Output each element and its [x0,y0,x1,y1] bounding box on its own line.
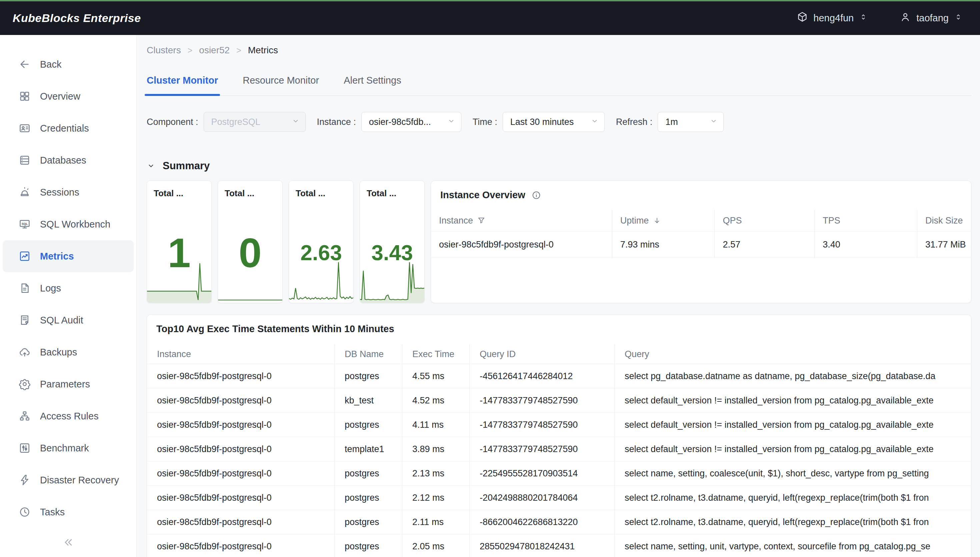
table-cell: postgres [334,534,402,557]
id-card-icon [19,122,31,134]
sidebar-item-logs[interactable]: Logs [0,272,136,304]
instance-overview-table: InstanceUptimeQPSTPSDisk Sizeosier-98c5f… [431,210,971,258]
sidebar-item-parameters[interactable]: Parameters [0,368,136,400]
siren-icon [19,186,31,198]
query-link[interactable]: select t2.rolname, t3.datname, queryid, … [614,486,971,510]
sidebar-item-benchmark[interactable]: Benchmark [0,432,136,464]
breadcrumb-item-osier52[interactable]: osier52 [199,45,230,55]
table-cell: 7.93 mins [612,231,715,257]
select-refresh[interactable]: 1m [658,112,724,132]
double-chevron-left-icon [62,536,74,548]
file-text-icon [19,282,31,294]
sidebar-item-label: Credentials [40,123,89,134]
top10-table: InstanceDB NameExec TimeQuery IDQueryosi… [147,344,971,557]
sidebar-item-label: Metrics [40,251,74,262]
table-cell: postgres [334,364,402,388]
table-cell: osier-98c5fdb9f-postgresql-0 [147,413,334,437]
tab-alert-settings[interactable]: Alert Settings [344,75,401,95]
query-link[interactable]: select default_version != installed_vers… [614,413,971,437]
sidebar-item-label: SQL Workbench [40,219,110,230]
column-header-uptime: Uptime [612,210,715,231]
select-time[interactable]: Last 30 minutes [503,112,605,132]
table-cell: osier-98c5fdb9f-postgresql-0 [147,388,334,412]
chevron-down-icon [291,117,300,128]
sidebar-item-sql-audit[interactable]: SQL Audit [0,304,136,336]
sidebar-item-back[interactable]: Back [0,48,136,80]
table-cell: osier-98c5fdb9f-postgresql-0 [147,534,334,557]
sidebar-item-label: Backups [40,347,77,358]
chevron-down-icon [709,117,718,128]
table-cell: -2254955528170903514 [469,461,614,485]
table-row: osier-98c5fdb9f-postgresql-07.93 mins2.5… [431,231,971,258]
query-link[interactable]: select name, setting, coalesce(unit, $1)… [614,461,971,485]
hierarchy-icon [19,410,31,422]
sidebar-item-backups[interactable]: Backups [0,336,136,368]
topbar: KubeBlocks Enterprise heng4fun taofang [0,1,980,35]
query-link[interactable]: select t2.rolname, t3.datname, queryid, … [614,510,971,534]
table-row: osier-98c5fdb9f-postgresql-0postgres2.05… [147,534,971,557]
table-row: osier-98c5fdb9f-postgresql-0template13.8… [147,437,971,461]
stat-card-4[interactable]: Total ...3.43 [360,181,425,303]
sidebar-item-credentials[interactable]: Credentials [0,112,136,144]
column-header-disk-size: Disk Size [917,210,971,231]
tab-cluster-monitor[interactable]: Cluster Monitor [147,75,218,95]
table-cell: 2.11 ms [402,510,469,534]
sidebar-item-sql-workbench[interactable]: SQLSQL Workbench [0,208,136,240]
column-header-query: Query [614,344,971,364]
query-link[interactable]: select default_version != installed_vers… [614,388,971,412]
summary-cards-row: Total ...1Total ...0Total ...2.63Total .… [147,181,971,303]
user-menu[interactable]: taofang [900,11,963,25]
sidebar-item-overview[interactable]: Overview [0,80,136,112]
table-cell: 3.89 ms [402,437,469,461]
workspace-selector[interactable]: heng4fun [797,11,867,25]
select-instance[interactable]: osier-98c5fdb... [361,112,461,132]
filter-label: Instance : [317,117,356,127]
table-row: osier-98c5fdb9f-postgresql-0postgres2.12… [147,485,971,510]
sidebar-item-label: Sessions [40,187,79,198]
table-cell: osier-98c5fdb9f-postgresql-0 [147,461,334,485]
sidebar-item-metrics[interactable]: Metrics [3,240,134,272]
stat-card-3[interactable]: Total ...2.63 [289,181,354,303]
query-link[interactable]: select default_version != installed_vers… [614,437,971,461]
sidebar-item-access-rules[interactable]: Access Rules [0,400,136,432]
table-cell: 31.77 MiB [917,231,971,257]
query-link[interactable]: select pg_database.datname as datname, p… [614,364,971,388]
breadcrumb-separator: > [188,46,192,55]
table-cell: 3.40 [814,231,917,257]
sidebar-item-databases[interactable]: Databases [0,144,136,176]
svg-text:SQL: SQL [22,222,28,226]
query-link[interactable]: select name, setting, unit, vartype, con… [614,534,971,557]
column-header-query-id: Query ID [469,344,614,364]
table-cell: -2042498880201784064 [469,486,614,510]
filter-bar: Component :PostgreSQLInstance :osier-98c… [147,112,971,132]
filter-funnel-icon[interactable] [477,216,486,225]
table-cell: 4.11 ms [402,413,469,437]
table-cell: -456126417446284012 [469,364,614,388]
sidebar-item-disaster-recovery[interactable]: Disaster Recovery [0,464,136,496]
tab-resource-monitor[interactable]: Resource Monitor [243,75,319,95]
filter-label: Refresh : [616,117,653,127]
breadcrumb-item-clusters[interactable]: Clusters [147,45,181,55]
info-icon[interactable] [532,190,541,200]
sidebar-collapse-button[interactable] [0,536,136,548]
chart-line-icon [19,250,31,262]
workspace-name: heng4fun [813,13,854,24]
sort-arrow-down-icon[interactable] [653,216,661,225]
summary-section-header: Summary [147,160,971,172]
sidebar-item-label: Databases [40,155,86,166]
top10-title: Top10 Avg Exec Time Statements Within 10… [147,324,971,334]
stat-card-1[interactable]: Total ...1 [147,181,212,303]
table-cell: kb_test [334,388,402,412]
select-component[interactable]: PostgreSQL [204,112,306,132]
table-header-row: InstanceUptimeQPSTPSDisk Size [431,210,971,231]
collapse-chevron-icon[interactable] [147,161,155,170]
table-row: osier-98c5fdb9f-postgresql-0postgres4.11… [147,412,971,437]
sidebar-item-tasks[interactable]: Tasks [0,496,136,528]
table-cell: 4.52 ms [402,388,469,412]
stat-card-title: Total ... [289,181,353,199]
sidebar-item-label: Disaster Recovery [40,475,119,486]
stat-card-2[interactable]: Total ...0 [218,181,283,303]
audit-doc-icon [19,314,31,326]
sidebar-item-sessions[interactable]: Sessions [0,176,136,208]
filter-time: Time :Last 30 minutes [473,112,605,132]
